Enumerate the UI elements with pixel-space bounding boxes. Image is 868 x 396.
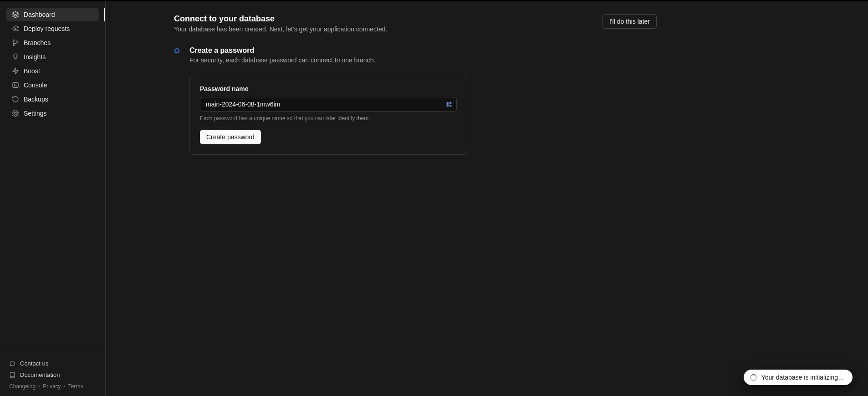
sidebar-item-dashboard[interactable]: Dashboard — [6, 8, 99, 21]
sidebar-item-branches[interactable]: Branches — [6, 36, 99, 50]
footer-link-label: Contact us — [20, 360, 48, 367]
step-title: Create a password — [189, 46, 657, 55]
footer-link-privacy[interactable]: Privacy — [43, 383, 61, 390]
page-header: Connect to your database Your database h… — [174, 14, 657, 33]
toast-text: Your database is initializing… — [761, 374, 844, 381]
footer-link-terms[interactable]: Terms — [68, 383, 83, 390]
step-marker — [174, 46, 179, 164]
password-manager-icon[interactable] — [446, 101, 452, 107]
svg-marker-4 — [13, 68, 18, 74]
svg-rect-9 — [449, 102, 451, 104]
sidebar-item-label: Branches — [24, 39, 51, 46]
sidebar-item-boost[interactable]: Boost — [6, 64, 99, 78]
footer-link-documentation[interactable]: Documentation — [9, 369, 96, 381]
password-name-label: Password name — [200, 85, 457, 92]
rewind-icon — [12, 96, 19, 103]
sidebar-item-label: Console — [24, 81, 47, 89]
sidebar-item-label: Settings — [24, 110, 47, 117]
svg-point-7 — [15, 112, 16, 114]
step-description: For security, each database password can… — [189, 56, 657, 64]
spinner-icon — [750, 374, 757, 381]
book-icon — [9, 372, 15, 378]
sidebar-item-insights[interactable]: Insights — [6, 50, 99, 64]
status-toast: Your database is initializing… — [744, 370, 853, 385]
footer-link-label: Documentation — [20, 371, 60, 378]
terminal-icon — [12, 81, 19, 89]
sidebar-item-label: Deploy requests — [24, 25, 70, 32]
sidebar-item-console[interactable]: Console — [6, 78, 99, 92]
sidebar-footer: Contact us Documentation Changelog • Pri… — [0, 352, 105, 396]
password-name-input[interactable] — [200, 97, 457, 112]
page-title: Connect to your database — [174, 14, 387, 24]
footer-link-contact[interactable]: Contact us — [9, 358, 96, 369]
svg-marker-0 — [12, 11, 18, 15]
step-indicator-icon — [174, 48, 179, 53]
main-content: Connect to your database Your database h… — [106, 1, 868, 396]
footer-link-changelog[interactable]: Changelog — [9, 383, 36, 390]
gear-icon — [12, 110, 19, 117]
page-subtitle: Your database has been created. Next, le… — [174, 25, 387, 33]
create-password-button[interactable]: Create password — [200, 130, 261, 144]
password-card: Password name Each password has a unique… — [189, 75, 467, 155]
do-later-button[interactable]: I'll do this later — [602, 14, 657, 29]
sidebar-item-settings[interactable]: Settings — [6, 107, 99, 120]
sidebar-item-label: Insights — [24, 53, 46, 61]
password-name-help: Each password has a unique name so that … — [200, 115, 457, 122]
sidebar-item-deploy-requests[interactable]: Deploy requests — [6, 22, 99, 36]
sidebar: Dashboard Deploy requests Branches Insig… — [0, 1, 106, 396]
sidebar-nav: Dashboard Deploy requests Branches Insig… — [0, 8, 105, 352]
svg-rect-10 — [449, 105, 451, 107]
footer-links-row: Changelog • Privacy • Terms — [9, 383, 96, 390]
chat-icon — [9, 360, 15, 367]
git-branch-icon — [12, 39, 19, 46]
zap-icon — [12, 67, 19, 75]
step-connector — [177, 56, 177, 164]
sidebar-item-backups[interactable]: Backups — [6, 92, 99, 106]
lightbulb-icon — [12, 53, 19, 61]
sidebar-item-label: Backups — [24, 96, 48, 103]
layers-icon — [12, 11, 19, 18]
upload-cloud-icon — [12, 25, 19, 32]
sidebar-item-label: Dashboard — [24, 11, 55, 18]
step-section: Create a password For security, each dat… — [174, 46, 657, 164]
sidebar-item-label: Boost — [24, 67, 40, 75]
svg-rect-8 — [447, 102, 449, 107]
